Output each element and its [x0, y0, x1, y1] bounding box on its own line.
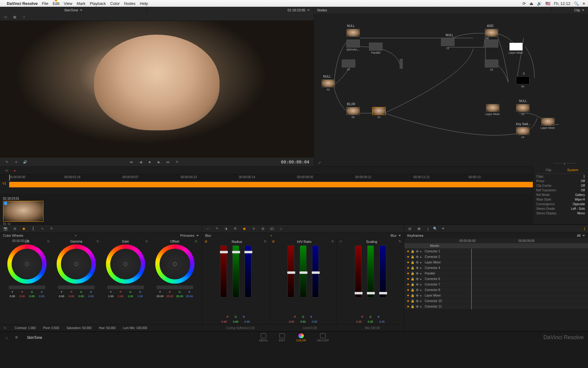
level-value[interactable]: Level:0.00	[303, 326, 317, 330]
clip-thumb-01[interactable]: 01:18:23:01 01 v1	[3, 196, 43, 222]
key-icon[interactable]: ⊝	[251, 226, 256, 231]
keyframe-icon[interactable]	[416, 272, 419, 275]
chevron-down-icon[interactable]	[80, 10, 82, 11]
home-icon[interactable]: ⌂	[4, 335, 9, 340]
kf-enable-icon[interactable]	[407, 262, 409, 263]
info-tab-system[interactable]: System	[561, 168, 585, 173]
loop-button[interactable]: ↻	[175, 159, 180, 164]
menu-file[interactable]: File	[42, 1, 48, 6]
picker-icon[interactable]: ✎	[4, 159, 9, 164]
keyframe-icon[interactable]	[416, 266, 419, 270]
menu-color[interactable]: Color	[110, 1, 120, 6]
settings-icon[interactable]: ⚙	[14, 335, 19, 340]
keyframe-icon[interactable]	[416, 255, 419, 259]
lock-icon[interactable]: 🔒	[411, 261, 414, 264]
node-15-selected[interactable]: 15	[372, 107, 386, 119]
expand-icon[interactable]: ▸	[420, 277, 422, 281]
page-edit[interactable]: EDIT	[279, 333, 285, 342]
wheel-offset[interactable]: Offset↻YRGB25.0025.0025.0025.00	[150, 240, 199, 324]
slider-green[interactable]	[367, 245, 374, 297]
wheel-lift[interactable]: Lift↻YRGB0.000.000.000.00	[2, 240, 52, 324]
eyedropper-icon[interactable]: ✎	[214, 226, 219, 231]
color-wheel[interactable]	[57, 244, 96, 284]
kf-enable-icon[interactable]	[407, 267, 409, 269]
kf-enable-icon[interactable]	[407, 306, 409, 307]
node-04[interactable]: 04	[516, 76, 530, 88]
page-deliver[interactable]: DELIVER	[317, 333, 329, 342]
menu-mark[interactable]: Mark	[77, 1, 85, 6]
kf-row[interactable]: 🔒▸Corrector 7	[404, 282, 588, 287]
kf-row[interactable]: 🔒▸Corrector 10	[404, 298, 588, 304]
kf-row[interactable]: 🔒▸Corrector 1	[404, 249, 588, 254]
single-view-icon[interactable]: ▭	[3, 15, 8, 20]
expand-icon[interactable]: ▸	[420, 250, 422, 253]
kf-search-icon[interactable]: 🔍	[433, 226, 438, 231]
lock-icon[interactable]: 🔒	[411, 266, 414, 270]
lock-icon[interactable]: 🔒	[411, 299, 414, 303]
reset-icon[interactable]: ↻	[331, 240, 334, 243]
pivot-value[interactable]: Pivot: 0.500	[43, 326, 59, 330]
node-add[interactable]	[485, 29, 498, 37]
reset-icon[interactable]: ↻	[195, 240, 198, 243]
kf-grid-icon[interactable]: ▦	[417, 226, 421, 231]
viewer-timecode[interactable]: 00:00:00:04	[281, 160, 309, 164]
wheels-mode-icon[interactable]: ◉	[21, 226, 26, 231]
chevron-down-icon[interactable]	[582, 235, 585, 236]
project-name[interactable]: SkinTone	[27, 335, 42, 340]
lock-icon[interactable]: 🔒	[411, 283, 414, 286]
flame-icon[interactable]: ♨	[279, 226, 284, 231]
video-track[interactable]	[9, 182, 583, 187]
expand-icon[interactable]: ▸	[420, 305, 422, 308]
lock-icon[interactable]: 🔒	[411, 255, 414, 259]
viewer-image[interactable]	[0, 21, 314, 158]
kf-enable-icon[interactable]	[407, 273, 409, 274]
link-icon[interactable]: ⊘	[272, 240, 275, 243]
slider-red[interactable]	[288, 245, 294, 297]
expand-icon[interactable]: ▸	[420, 299, 422, 303]
clip-name-dropdown[interactable]: SkinTone	[64, 8, 78, 12]
balance-icon[interactable]: ⊞	[12, 226, 17, 231]
node-parallel[interactable]: Parallel	[369, 43, 383, 54]
app-name[interactable]: DaVinci Resolve	[7, 1, 38, 6]
timeline-record-icon[interactable]: ●	[12, 168, 17, 173]
kf-enable-icon[interactable]	[407, 251, 409, 252]
curve-tool-icon[interactable]: 〰	[205, 226, 210, 231]
node-layermixer-3[interactable]: Layer Mixer	[541, 118, 555, 129]
link-icon[interactable]: ⊘	[205, 240, 207, 243]
keyframe-icon[interactable]	[416, 278, 419, 281]
slider-blue[interactable]	[379, 245, 386, 297]
reset-icon[interactable]: ↻	[47, 240, 50, 243]
expand-icon[interactable]: ▸	[420, 261, 422, 264]
kf-row[interactable]: 🔒▸Corrector 4	[404, 265, 588, 271]
blur-mode-dropdown[interactable]: Blur	[390, 234, 397, 237]
expand-icon[interactable]: ▸	[420, 294, 422, 297]
mask-icon[interactable]: ◑	[224, 226, 228, 231]
node-separa[interactable]: SEPARA...	[346, 40, 360, 51]
slider-blue[interactable]	[245, 245, 251, 297]
jog-wheel[interactable]	[107, 286, 144, 289]
kf-row[interactable]: 🔒▸Parallel	[404, 271, 588, 276]
wheel-gamma[interactable]: Gamma↻YRGB0.000.000.000.00	[52, 240, 101, 324]
lummix-value[interactable]: Lum Mix: 100.000	[123, 326, 147, 330]
expand-icon[interactable]: ▸	[420, 283, 422, 286]
kf-all-dropdown[interactable]: All	[577, 234, 581, 237]
page-color[interactable]: COLOR	[296, 333, 306, 342]
node-12[interactable]: 12	[516, 104, 530, 116]
3d-icon[interactable]: 3D	[270, 226, 274, 231]
mix-value[interactable]: Mix:100.00	[365, 326, 380, 330]
lock-icon[interactable]: 🔒	[411, 294, 414, 297]
expand-icon[interactable]: ▸	[420, 255, 422, 259]
play-button[interactable]: ▶	[156, 159, 161, 164]
menu-help[interactable]: Help	[140, 1, 148, 6]
menu-nodes[interactable]: Nodes	[124, 1, 136, 6]
spotlight-icon[interactable]: 🔍	[574, 1, 579, 6]
kf-master[interactable]: Master	[404, 243, 588, 249]
slider-blue[interactable]	[312, 245, 319, 297]
stop-button[interactable]: ■	[147, 159, 152, 164]
expand-icon[interactable]: ▸	[420, 272, 422, 275]
lock-icon[interactable]: 🔒	[411, 288, 414, 292]
node-02[interactable]: 02	[346, 107, 360, 119]
chevron-down-icon[interactable]	[582, 10, 584, 11]
jog-wheel[interactable]	[157, 286, 193, 289]
reset-icon[interactable]: ↻	[49, 226, 54, 231]
